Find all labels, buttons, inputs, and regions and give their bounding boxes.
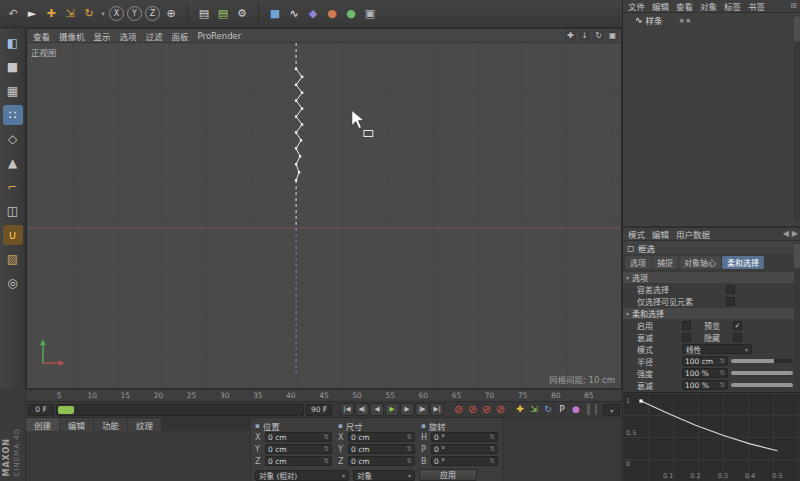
mode-icon-point-mode[interactable]: ∷ bbox=[3, 105, 23, 125]
stepper-icon[interactable]: ⇅ bbox=[324, 445, 329, 453]
mode-icon-texture-mode[interactable]: ▦ bbox=[3, 81, 23, 101]
timeline-options-dropdown[interactable]: ▾ bbox=[603, 404, 620, 416]
attr-tab-soft-selection[interactable]: 柔和选择 bbox=[722, 256, 764, 269]
rotation-b-input[interactable]: 0 °⇅ bbox=[431, 456, 498, 466]
visibility-dot-render[interactable]: ● bbox=[686, 17, 690, 23]
toolbar-icon-add-camera[interactable]: ▣ bbox=[361, 5, 379, 23]
falloff-curve-line[interactable] bbox=[641, 401, 777, 451]
stepper-icon[interactable]: ⇅ bbox=[324, 457, 329, 465]
falloff-mode-dropdown[interactable]: 线性 ▾ bbox=[682, 344, 752, 354]
mode-icon-edge-mode[interactable]: ◇ bbox=[3, 129, 23, 149]
viewport-canvas[interactable]: 正视图 网格间距: 10 cm bbox=[27, 43, 621, 388]
history-forward-icon[interactable]: ▶ bbox=[792, 229, 798, 238]
toolbar-icon-undo[interactable]: ↶ bbox=[4, 5, 22, 23]
falloff-input[interactable]: 100 %⇅ bbox=[682, 380, 728, 390]
material-tab-3[interactable]: 纹理 bbox=[128, 418, 161, 431]
enable-checkbox[interactable] bbox=[682, 321, 691, 330]
scrollbar-thumb[interactable] bbox=[794, 16, 800, 42]
object-item-label[interactable]: 样条 bbox=[646, 14, 663, 26]
toolbar-icon-scale-tool[interactable]: ⇲ bbox=[61, 5, 79, 23]
stepper-icon[interactable]: ⇅ bbox=[720, 381, 725, 389]
viewport-menu-item-2[interactable]: 显示 bbox=[94, 30, 111, 42]
viewport-menu-item-4[interactable]: 过滤 bbox=[146, 30, 163, 42]
current-frame-handle[interactable] bbox=[58, 406, 74, 414]
record-record-keyframe[interactable]: ⊘ bbox=[452, 403, 465, 416]
coordinate-space-dropdown[interactable]: 对象▾ bbox=[353, 470, 415, 481]
stepper-icon[interactable]: ⇅ bbox=[490, 445, 495, 453]
toolbar-icon-render-picture-viewer[interactable]: ▤ bbox=[214, 5, 232, 23]
toolbar-icon-spline-pen[interactable]: ∿ bbox=[285, 5, 303, 23]
object-item-spline[interactable]: ∿ 样条 ● ● bbox=[623, 13, 800, 26]
om-menu-item-3[interactable]: 对象 bbox=[700, 0, 717, 12]
toolbar-icon-add-material[interactable]: ● bbox=[323, 5, 341, 23]
size-y-input[interactable]: 0 cm⇅ bbox=[348, 444, 415, 454]
stepper-icon[interactable]: ⇅ bbox=[407, 445, 412, 453]
attr-tab-options[interactable]: 选项 bbox=[625, 256, 651, 269]
record-record-parameter[interactable]: ⊘ bbox=[494, 403, 507, 416]
material-tab-0[interactable]: 创建 bbox=[26, 418, 59, 431]
material-tab-1[interactable]: 编辑 bbox=[60, 418, 93, 431]
record-autokeying[interactable]: ⊘ bbox=[466, 403, 479, 416]
scrollbar-thumb[interactable] bbox=[794, 243, 800, 269]
toolbar-icon-lock-x-axis[interactable]: X bbox=[109, 6, 124, 21]
rotation-h-input[interactable]: 0 °⇅ bbox=[431, 432, 498, 442]
stepper-icon[interactable]: ⇅ bbox=[490, 433, 495, 441]
transport-play[interactable]: ▶ bbox=[385, 403, 399, 416]
soft-selection-section-header[interactable]: ▾ 柔和选择 bbox=[623, 307, 800, 319]
stepper-icon[interactable]: ⇅ bbox=[720, 357, 725, 365]
am-menu-item-2[interactable]: 用户数据 bbox=[676, 228, 710, 240]
view-control-rotate-view[interactable]: ↻ bbox=[593, 30, 604, 41]
toolbar-icon-lock-y-axis[interactable]: Y bbox=[127, 6, 142, 21]
apply-button[interactable]: 应用 bbox=[419, 469, 477, 481]
panel-layout-icon[interactable]: ⊞ bbox=[790, 1, 797, 10]
falloff-checkbox[interactable] bbox=[682, 333, 691, 342]
options-section-header[interactable]: ▾ 选项 bbox=[623, 271, 800, 283]
mode-icon-polygon-mode[interactable]: ▲ bbox=[3, 153, 23, 173]
toolbar-icon-edit-render-settings[interactable]: ⚙ bbox=[233, 5, 251, 23]
toolbar-icon-add-cube-primitive[interactable]: ■ bbox=[266, 5, 284, 23]
transport-go-to-start[interactable]: |◀ bbox=[340, 403, 354, 416]
toolbar-icon-coordinate-system[interactable]: ⊕ bbox=[162, 5, 180, 23]
transport-go-to-end[interactable]: ▶| bbox=[430, 403, 444, 416]
keying-key-pla[interactable]: ● bbox=[570, 403, 582, 416]
toolbar-icon-move-tool[interactable]: ✚ bbox=[42, 5, 60, 23]
playback-slider-1[interactable] bbox=[587, 404, 590, 415]
radius-input[interactable]: 100 cm⇅ bbox=[682, 356, 728, 366]
frame-ruler[interactable]: 510152025303540455055606570758085 bbox=[26, 389, 622, 401]
transport-next-key[interactable]: |▶ bbox=[415, 403, 429, 416]
tolerant-selection-checkbox[interactable] bbox=[726, 285, 735, 294]
attribute-scrollbar[interactable] bbox=[794, 242, 800, 392]
stepper-icon[interactable]: ⇅ bbox=[407, 433, 412, 441]
material-tab-2[interactable]: 功能 bbox=[94, 418, 127, 431]
position-y-input[interactable]: 0 cm⇅ bbox=[265, 444, 332, 454]
toolbar-icon-subdivision-surface[interactable]: ◆ bbox=[304, 5, 322, 23]
viewport-menu-item-5[interactable]: 面板 bbox=[172, 30, 189, 42]
mode-icon-viewport-solo[interactable]: ◎ bbox=[3, 273, 23, 293]
om-menu-item-5[interactable]: 书签 bbox=[748, 0, 765, 12]
viewport-menu-item-0[interactable]: 查看 bbox=[33, 30, 50, 42]
am-menu-item-0[interactable]: 模式 bbox=[628, 228, 645, 240]
toolbar-icon-recent-tool-dropdown[interactable]: ▾ bbox=[99, 5, 107, 23]
view-control-pan-view[interactable]: ✚ bbox=[565, 30, 576, 41]
mode-icon-axis-mode[interactable]: ⌐ bbox=[3, 177, 23, 197]
viewport-menu-item-3[interactable]: 选项 bbox=[120, 30, 137, 42]
keying-key-scale[interactable]: ⇲ bbox=[528, 403, 540, 416]
mode-icon-snap-toggle[interactable]: ∪ bbox=[3, 225, 23, 245]
spline-points[interactable] bbox=[295, 68, 303, 182]
transport-previous-frame[interactable]: ◀ bbox=[370, 403, 384, 416]
coordinate-mode-dropdown[interactable]: 对象 (相对)▾ bbox=[255, 470, 349, 481]
viewport-menu-item-6[interactable]: ProRender bbox=[198, 31, 242, 41]
strength-slider[interactable] bbox=[731, 371, 793, 375]
size-z-input[interactable]: 0 cm⇅ bbox=[348, 456, 415, 466]
om-menu-item-4[interactable]: 标签 bbox=[724, 0, 741, 12]
stepper-icon[interactable]: ⇅ bbox=[490, 457, 495, 465]
om-menu-item-2[interactable]: 查看 bbox=[676, 0, 693, 12]
attr-tab-object-axis[interactable]: 对象轴心 bbox=[679, 256, 721, 269]
size-x-input[interactable]: 0 cm⇅ bbox=[348, 432, 415, 442]
viewport[interactable]: 查看摄像机显示选项过滤面板ProRender ✚↓↻▣ 正视图 bbox=[26, 28, 622, 389]
am-menu-item-1[interactable]: 编辑 bbox=[652, 228, 669, 240]
om-menu-item-1[interactable]: 编辑 bbox=[652, 0, 669, 12]
position-z-input[interactable]: 0 cm⇅ bbox=[265, 456, 332, 466]
transport-previous-key[interactable]: ◀| bbox=[355, 403, 369, 416]
timeline-end-field[interactable]: 90 F bbox=[306, 404, 332, 416]
